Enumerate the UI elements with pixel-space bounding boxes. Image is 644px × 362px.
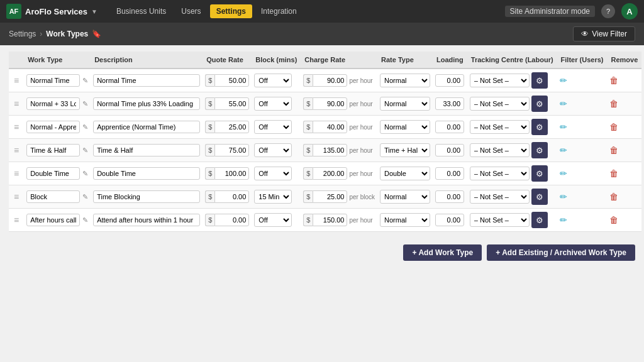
description-input[interactable] xyxy=(93,121,200,133)
block-select[interactable]: Off 15 Min 30 Min 1 Hour xyxy=(254,120,292,134)
filter-edit-button[interactable]: ✏ xyxy=(560,192,567,202)
work-type-edit-icon[interactable]: ✎ xyxy=(82,170,88,178)
work-type-edit-icon[interactable]: ✎ xyxy=(82,216,88,224)
work-type-edit-icon[interactable]: ✎ xyxy=(82,100,88,108)
work-type-input[interactable] xyxy=(26,190,80,203)
nav-business-units[interactable]: Business Units xyxy=(110,4,172,18)
drag-handle[interactable]: ≡ xyxy=(11,99,21,109)
quote-rate-input[interactable] xyxy=(214,121,249,133)
drag-handle[interactable]: ≡ xyxy=(11,122,21,132)
block-select[interactable]: Off 15 Min 30 Min 1 Hour xyxy=(254,190,292,204)
tracking-select[interactable]: – Not Set – xyxy=(470,213,530,227)
tracking-gear-button[interactable]: ⚙ xyxy=(531,96,548,112)
remove-button[interactable]: 🗑 xyxy=(609,75,618,85)
description-input[interactable] xyxy=(93,144,200,156)
tracking-gear-button[interactable]: ⚙ xyxy=(531,212,548,228)
drag-handle[interactable]: ≡ xyxy=(11,75,21,85)
block-select[interactable]: Off 15 Min 30 Min 1 Hour xyxy=(254,213,292,227)
remove-button[interactable]: 🗑 xyxy=(609,192,618,202)
quote-rate-input[interactable] xyxy=(214,74,249,87)
drag-handle[interactable]: ≡ xyxy=(11,145,21,155)
rate-type-select[interactable]: Normal Time + Hal Double xyxy=(380,143,430,157)
description-input[interactable] xyxy=(93,97,200,110)
charge-rate-input[interactable] xyxy=(313,97,347,110)
loading-input[interactable] xyxy=(435,190,464,203)
work-type-input[interactable] xyxy=(26,97,80,110)
rate-type-select[interactable]: Normal Time + Hal Double xyxy=(380,213,430,227)
quote-rate-input[interactable] xyxy=(214,144,249,156)
tracking-gear-button[interactable]: ⚙ xyxy=(531,142,548,158)
remove-button[interactable]: 🗑 xyxy=(609,168,618,178)
rate-type-select[interactable]: Normal Time + Hal Double xyxy=(380,120,430,134)
work-type-input[interactable] xyxy=(26,144,80,156)
remove-button[interactable]: 🗑 xyxy=(609,145,618,155)
add-work-type-button[interactable]: + Add Work Type xyxy=(403,244,482,261)
remove-button[interactable]: 🗑 xyxy=(609,99,618,109)
remove-button[interactable]: 🗑 xyxy=(609,215,618,225)
work-type-edit-icon[interactable]: ✎ xyxy=(82,146,88,155)
tracking-select[interactable]: – Not Set – xyxy=(470,97,530,111)
block-select[interactable]: Off 15 Min 30 Min 1 Hour xyxy=(254,167,292,180)
tracking-gear-button[interactable]: ⚙ xyxy=(531,119,548,135)
nav-integration[interactable]: Integration xyxy=(255,4,303,18)
quote-rate-input[interactable] xyxy=(214,167,249,180)
block-select[interactable]: Off 15 Min 30 Min 1 Hour xyxy=(254,97,292,111)
add-existing-button[interactable]: + Add Existing / Archived Work Type xyxy=(487,244,635,261)
logo-dropdown-arrow[interactable]: ▼ xyxy=(91,8,97,15)
work-type-edit-icon[interactable]: ✎ xyxy=(82,193,88,201)
tracking-gear-button[interactable]: ⚙ xyxy=(531,165,548,182)
charge-rate-input[interactable] xyxy=(313,167,347,180)
filter-edit-button[interactable]: ✏ xyxy=(560,122,567,132)
tracking-gear-button[interactable]: ⚙ xyxy=(531,189,548,205)
rate-type-select[interactable]: Normal Time + Hal Double xyxy=(380,190,430,204)
work-type-edit-icon[interactable]: ✎ xyxy=(82,123,88,131)
app-logo[interactable]: AF AroFlo Services ▼ xyxy=(6,4,97,19)
rate-type-select[interactable]: Normal Time + Hal Double xyxy=(380,97,430,111)
description-input[interactable] xyxy=(93,74,200,87)
tracking-select[interactable]: – Not Set – xyxy=(470,120,530,134)
drag-handle[interactable]: ≡ xyxy=(11,168,21,178)
loading-input[interactable] xyxy=(435,167,464,180)
loading-input[interactable] xyxy=(435,144,464,156)
work-type-input[interactable] xyxy=(26,167,80,180)
filter-edit-button[interactable]: ✏ xyxy=(560,168,567,178)
charge-rate-input[interactable] xyxy=(313,190,347,203)
loading-input[interactable] xyxy=(435,214,464,226)
drag-handle[interactable]: ≡ xyxy=(11,192,21,202)
quote-rate-input[interactable] xyxy=(214,214,249,226)
filter-edit-button[interactable]: ✏ xyxy=(560,215,567,225)
remove-button[interactable]: 🗑 xyxy=(609,122,618,132)
work-type-edit-icon[interactable]: ✎ xyxy=(82,77,88,85)
breadcrumb-settings[interactable]: Settings xyxy=(9,30,36,38)
charge-rate-input[interactable] xyxy=(313,121,347,133)
drag-handle[interactable]: ≡ xyxy=(11,215,21,225)
filter-edit-button[interactable]: ✏ xyxy=(560,75,567,85)
tracking-gear-button[interactable]: ⚙ xyxy=(531,72,548,89)
view-filter-button[interactable]: 👁 View Filter xyxy=(573,26,635,41)
quote-rate-input[interactable] xyxy=(214,97,249,110)
description-input[interactable] xyxy=(93,214,200,226)
nav-users[interactable]: Users xyxy=(175,4,207,18)
work-type-input[interactable] xyxy=(26,74,80,87)
filter-edit-button[interactable]: ✏ xyxy=(560,145,567,155)
user-avatar-icon[interactable]: A xyxy=(621,3,638,19)
loading-input[interactable] xyxy=(435,74,464,87)
quote-rate-input[interactable] xyxy=(214,190,249,203)
tracking-select[interactable]: – Not Set – xyxy=(470,190,530,204)
loading-input[interactable] xyxy=(435,121,464,133)
charge-rate-input[interactable] xyxy=(313,74,347,87)
block-select[interactable]: Off 15 Min 30 Min 1 Hour xyxy=(254,143,292,157)
work-type-input[interactable] xyxy=(26,121,80,133)
rate-type-select[interactable]: Normal Time + Hal Double xyxy=(380,167,430,180)
block-select[interactable]: Off 15 Min 30 Min 1 Hour xyxy=(254,74,292,87)
charge-rate-input[interactable] xyxy=(313,214,347,226)
tracking-select[interactable]: – Not Set – xyxy=(470,74,530,87)
rate-type-select[interactable]: Normal Time + Hal Double xyxy=(380,74,430,87)
charge-rate-input[interactable] xyxy=(313,144,347,156)
description-input[interactable] xyxy=(93,167,200,180)
loading-input[interactable] xyxy=(435,97,464,110)
help-icon[interactable]: ? xyxy=(601,4,615,18)
work-type-input[interactable] xyxy=(26,214,80,226)
description-input[interactable] xyxy=(93,190,200,203)
nav-settings[interactable]: Settings xyxy=(210,4,252,18)
